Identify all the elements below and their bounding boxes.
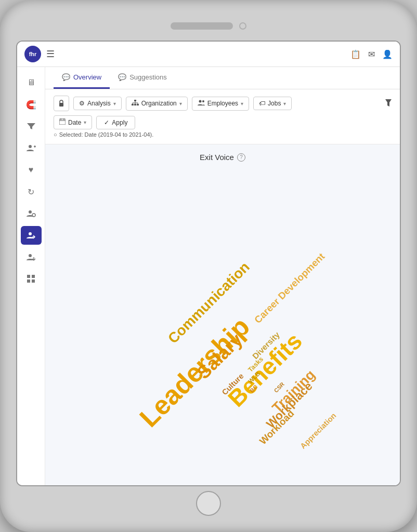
suggestions-tab-icon: 💬 [118,73,126,81]
word-cloud-section: Exit Voice ? Leadership Benefits Salary [45,144,400,485]
svg-rect-11 [59,103,63,107]
svg-point-5 [29,232,32,235]
sidebar-item-user-exit[interactable] [21,226,42,245]
document-icon[interactable]: 📋 [350,49,361,59]
jobs-label: Jobs [268,100,281,107]
sidebar-item-grid[interactable] [21,270,42,288]
hamburger-icon[interactable]: ☰ [46,48,55,60]
analysis-icon: ⚙ [79,100,85,107]
jobs-icon: 🏷 [259,100,265,107]
jobs-caret: ▾ [283,101,286,107]
mail-icon[interactable]: ✉ [368,49,375,59]
organization-label: Organization [141,100,177,107]
top-bar: fhr ☰ 📋 ✉ 👤 [17,42,400,67]
sidebar-item-user-settings[interactable] [21,204,42,223]
section-title-text: Exit Voice [200,153,234,162]
word-career-development: Career Development [252,251,327,325]
organization-caret: ▾ [179,101,182,107]
word-cloud-svg: Leadership Benefits Salary Communication… [54,166,392,477]
filter-section: ⚙ Analysis ▾ [45,89,400,144]
tablet-screen: fhr ☰ 📋 ✉ 👤 🖥 🧲 [16,41,401,486]
funnel-icon[interactable] [385,99,392,108]
svg-rect-10 [32,280,35,283]
sidebar-item-add-user[interactable] [21,139,42,157]
overview-tab-label: Overview [73,73,101,81]
sidebar-item-filter[interactable] [21,117,42,136]
tablet-bottom-bar [10,490,407,516]
word-cloud-container: Leadership Benefits Salary Communication… [54,166,392,477]
tab-suggestions[interactable]: 💬 Suggestions [110,67,175,89]
svg-rect-13 [132,104,134,105]
app-container: fhr ☰ 📋 ✉ 👤 🖥 🧲 [17,42,400,485]
content-area: 💬 Overview 💬 Suggestions [45,67,400,485]
tab-overview[interactable]: 💬 Overview [54,67,110,89]
svg-marker-0 [27,123,35,129]
suggestions-tab-label: Suggestions [129,73,167,81]
apply-label: Apply [112,119,127,126]
section-title: Exit Voice ? [54,153,392,162]
svg-rect-7 [27,275,30,278]
tablet-camera [171,22,233,30]
svg-marker-23 [385,99,392,107]
tablet-top-button[interactable] [239,22,246,30]
analysis-label: Analysis [87,100,111,107]
analysis-caret: ▾ [113,101,116,107]
svg-rect-9 [27,280,30,283]
jobs-dropdown[interactable]: 🏷 Jobs ▾ [253,97,292,110]
apply-button[interactable]: ✓ Apply [96,116,135,129]
tablet-frame: fhr ☰ 📋 ✉ 👤 🖥 🧲 [0,0,417,532]
filter-row-2: Date ▾ ✓ Apply [54,115,392,129]
main-layout: 🖥 🧲 ♥ ↻ [17,67,400,485]
tablet-home-button[interactable] [196,491,221,516]
help-icon[interactable]: ? [237,153,245,162]
organization-icon [132,100,139,108]
sidebar-item-monitor[interactable]: 🖥 [21,73,42,92]
employees-icon [198,100,205,108]
lock-button[interactable] [54,96,69,111]
sidebar: 🖥 🧲 ♥ ↻ [17,67,45,485]
selected-info-text: Selected: Date (2019-04 to 2021-04). [59,131,154,138]
employees-dropdown[interactable]: Employees ▾ [192,97,249,111]
svg-point-6 [29,254,32,257]
sidebar-item-refresh[interactable]: ↻ [21,182,42,201]
svg-rect-14 [134,104,136,105]
checkmark-icon: ✓ [104,119,109,126]
svg-rect-8 [32,275,35,278]
filter-row-1: ⚙ Analysis ▾ [54,96,392,111]
svg-rect-15 [137,104,139,105]
date-caret: ▾ [84,119,86,125]
sidebar-item-user-down[interactable] [21,248,42,267]
employees-caret: ▾ [241,101,243,107]
logo-badge: fhr [24,46,41,62]
selected-info: ○ Selected: Date (2019-04 to 2021-04). [54,131,392,138]
word-appreciation: Appreciation [298,411,337,450]
svg-point-2 [29,210,32,214]
overview-tab-icon: 💬 [62,73,70,81]
svg-point-22 [202,100,204,102]
sidebar-item-magnet[interactable]: 🧲 [21,95,42,114]
svg-rect-24 [59,119,66,125]
user-icon[interactable]: 👤 [382,49,393,59]
date-dropdown[interactable]: Date ▾ [54,115,92,129]
calendar-icon [59,118,66,126]
top-bar-right: 📋 ✉ 👤 [350,49,393,59]
tabs-bar: 💬 Overview 💬 Suggestions [45,67,400,89]
svg-rect-12 [134,100,136,101]
svg-point-21 [199,100,201,102]
sidebar-item-heart[interactable]: ♥ [21,161,42,179]
analysis-dropdown[interactable]: ⚙ Analysis ▾ [73,97,122,110]
tablet-top-bar [10,16,407,36]
employees-label: Employees [207,100,238,107]
svg-point-1 [29,145,32,148]
info-icon: ○ [54,131,57,138]
word-leadership: Leadership [134,312,255,433]
top-bar-left: fhr ☰ [24,46,55,62]
organization-dropdown[interactable]: Organization ▾ [126,97,188,111]
date-label: Date [68,119,81,126]
